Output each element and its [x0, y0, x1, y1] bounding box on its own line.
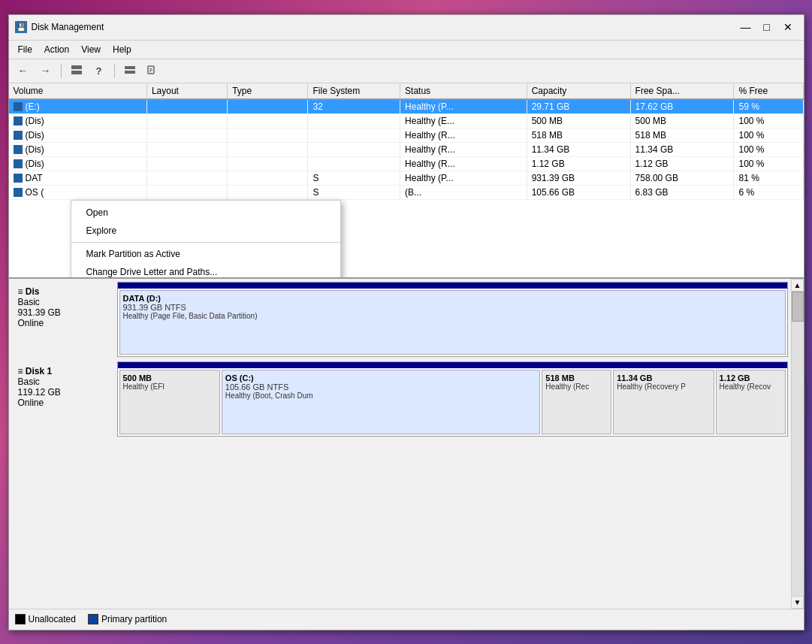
- disk-0-label: ≡ Dis Basic 931.39 GB Online: [12, 282, 117, 357]
- cell-layout: [146, 128, 227, 142]
- disk-0-bar: [118, 283, 787, 289]
- table-row[interactable]: (Dis) Healthy (R... 518 MB 518 MB 100 %: [9, 128, 804, 142]
- disk-view: ≡ Dis Basic 931.39 GB Online DATA (D:) 9…: [9, 279, 791, 609]
- menu-view[interactable]: View: [75, 42, 107, 57]
- cell-pct: 81 %: [734, 171, 803, 185]
- table-row[interactable]: DAT S Healthy (P... 931.39 GB 758.00 GB …: [9, 171, 804, 185]
- partition-name: DATA (D:): [123, 294, 782, 303]
- disk-1-partition-0[interactable]: 500 MB Healthy (EFI: [119, 370, 220, 434]
- status-bar: Unallocated Primary partition: [9, 609, 804, 630]
- partition-size: 931.39 GB NTFS: [123, 303, 782, 312]
- cell-type: [228, 113, 308, 128]
- disk-1-partition-1[interactable]: OS (C:) 105.66 GB NTFS Healthy (Boot, Cr…: [222, 370, 541, 434]
- legend-unallocated-label: Unallocated: [29, 614, 76, 624]
- disk-1-partition-3[interactable]: 11.34 GB Healthy (Recovery P: [613, 370, 714, 434]
- legend-unallocated: Unallocated: [15, 614, 76, 624]
- cell-status: Healthy (P...: [400, 99, 527, 114]
- disk-list-button[interactable]: [120, 62, 140, 80]
- disk-1-name: ≡ Disk 1: [18, 366, 111, 376]
- scrollbar[interactable]: ▲ ▼: [791, 279, 804, 609]
- scroll-down-arrow[interactable]: ▼: [791, 596, 804, 609]
- partition-name: 500 MB: [123, 373, 216, 382]
- scroll-thumb[interactable]: [792, 292, 804, 322]
- cell-fs: [308, 142, 400, 156]
- cell-volume: OS (: [9, 185, 147, 199]
- minimize-button[interactable]: —: [736, 19, 756, 35]
- cell-status: (B...: [400, 185, 527, 199]
- cell-type: [228, 156, 308, 171]
- col-pctfree: % Free: [734, 83, 803, 99]
- disk-table: Volume Layout Type File System Status Ca…: [9, 83, 804, 200]
- svg-rect-0: [71, 65, 82, 69]
- legend-box-primary: [88, 614, 98, 624]
- disk-0-type: Basic: [18, 297, 111, 307]
- maximize-button[interactable]: □: [757, 19, 777, 35]
- cell-layout: [146, 99, 227, 114]
- menu-action[interactable]: Action: [38, 42, 75, 57]
- cell-fs: S: [308, 171, 400, 185]
- table-row[interactable]: (Dis) Healthy (E... 500 MB 500 MB 100 %: [9, 113, 804, 128]
- cell-status: Healthy (R...: [400, 156, 527, 171]
- svg-rect-5: [149, 68, 152, 69]
- svg-rect-7: [149, 71, 151, 72]
- cell-pct: 100 %: [734, 142, 803, 156]
- cell-volume: (Dis): [9, 113, 147, 128]
- cm-mark-active[interactable]: Mark Partition as Active: [71, 245, 340, 263]
- disk-row-1: ≡ Disk 1 Basic 119.12 GB Online 500 MB H…: [12, 361, 788, 437]
- cell-layout: [146, 113, 227, 128]
- cell-capacity: 11.34 GB: [527, 142, 630, 156]
- partition-name: 11.34 GB: [617, 373, 710, 382]
- cell-free: 17.62 GB: [630, 99, 734, 114]
- table-row[interactable]: (Dis) Healthy (R... 1.12 GB 1.12 GB 100 …: [9, 156, 804, 171]
- forward-button[interactable]: →: [36, 62, 56, 80]
- partition-status: Healthy (EFI: [123, 382, 216, 391]
- partition-name: 1.12 GB: [720, 373, 782, 382]
- scroll-up-arrow[interactable]: ▲: [791, 279, 804, 292]
- window-title: Disk Management: [32, 22, 104, 32]
- cell-type: [228, 142, 308, 156]
- table-row[interactable]: (Dis) Healthy (R... 11.34 GB 11.34 GB 10…: [9, 142, 804, 156]
- help-button[interactable]: ?: [89, 62, 109, 80]
- cm-open[interactable]: Open: [71, 204, 340, 222]
- svg-rect-2: [125, 66, 135, 69]
- volume-list-button[interactable]: [67, 62, 86, 80]
- cell-status: Healthy (E...: [400, 113, 527, 128]
- cell-volume: DAT: [9, 171, 147, 185]
- app-icon: 💾: [15, 21, 27, 33]
- title-controls: — □ ✕: [736, 19, 798, 35]
- cell-type: [228, 171, 308, 185]
- cm-explore[interactable]: Explore: [71, 222, 340, 240]
- table-row[interactable]: OS ( S (B... 105.66 GB 6.83 GB 6 %: [9, 185, 804, 199]
- menu-bar: File Action View Help: [9, 41, 804, 59]
- menu-help[interactable]: Help: [107, 42, 137, 57]
- title-bar: 💾 Disk Management — □ ✕: [9, 15, 804, 41]
- main-content: Volume Layout Type File System Status Ca…: [9, 83, 804, 630]
- cell-type: [228, 185, 308, 199]
- cell-layout: [146, 185, 227, 199]
- col-type: Type: [228, 83, 308, 99]
- volume-icon: [14, 188, 23, 197]
- disk-1-status: Online: [18, 398, 111, 408]
- col-volume: Volume: [9, 83, 147, 99]
- disk-1-partition-2[interactable]: 518 MB Healthy (Rec: [542, 370, 611, 434]
- properties-button[interactable]: [143, 62, 162, 80]
- table-row[interactable]: (E:) 32 Healthy (P... 29.71 GB 17.62 GB …: [9, 99, 804, 114]
- disk-1-partitions: 500 MB Healthy (EFI OS (C:) 105.66 GB NT…: [117, 361, 788, 437]
- menu-file[interactable]: File: [12, 42, 38, 57]
- cm-change-drive[interactable]: Change Drive Letter and Paths...: [71, 263, 340, 279]
- cell-free: 500 MB: [630, 113, 734, 128]
- disk-management-window: 💾 Disk Management — □ ✕ File Action View…: [8, 14, 804, 630]
- disk-0-partition-0[interactable]: DATA (D:) 931.39 GB NTFS Healthy (Page F…: [119, 290, 786, 355]
- cell-free: 518 MB: [630, 128, 734, 142]
- disk-0-partitions: DATA (D:) 931.39 GB NTFS Healthy (Page F…: [117, 282, 788, 357]
- cell-type: [228, 128, 308, 142]
- table-section: Volume Layout Type File System Status Ca…: [9, 83, 804, 279]
- cell-fs: [308, 113, 400, 128]
- disk-1-partition-4[interactable]: 1.12 GB Healthy (Recov: [716, 370, 786, 434]
- disk-0-partitions-row: DATA (D:) 931.39 GB NTFS Healthy (Page F…: [118, 289, 787, 356]
- back-button[interactable]: ←: [14, 62, 33, 80]
- col-freespace: Free Spa...: [630, 83, 734, 99]
- cell-volume: (Dis): [9, 128, 147, 142]
- cell-pct: 6 %: [734, 185, 803, 199]
- close-button[interactable]: ✕: [778, 19, 798, 35]
